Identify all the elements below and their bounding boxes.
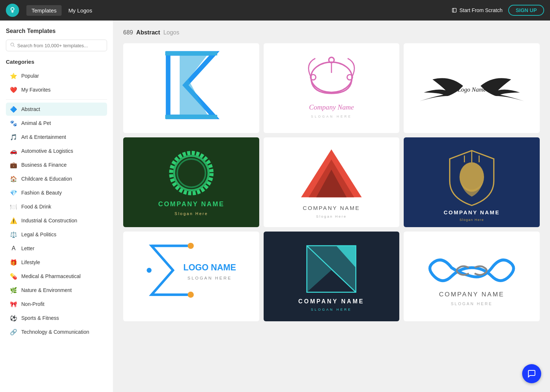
sidebar-item-lifestyle[interactable]: 🎁Lifestyle [6, 256, 107, 269]
nav-templates[interactable]: Templates [26, 5, 62, 16]
cat-icon-11: 🎁 [10, 258, 18, 266]
categories-title: Categories [6, 59, 107, 65]
results-keyword: Abstract [136, 29, 160, 36]
sidebar-item-art---entertainment[interactable]: 🎵Art & Entertainment [6, 130, 107, 144]
cat-label-5: Childcare & Education [21, 176, 72, 182]
svg-text:Slogan Here: Slogan Here [459, 218, 484, 222]
cat-label-1: Animal & Pet [21, 120, 51, 126]
svg-point-22 [174, 156, 208, 191]
layout: Search Templates Categories ⭐ Popular ❤️… [0, 21, 550, 392]
svg-point-39 [187, 243, 194, 249]
cat-label-16: Technology & Communication [21, 329, 89, 335]
svg-text:Slogan Here: Slogan Here [175, 211, 208, 216]
sign-up-button[interactable]: SIGN UP [508, 5, 544, 16]
sidebar-item-automotive---logistics[interactable]: 🚗Automotive & Logistics [6, 144, 107, 158]
nav-my-logos[interactable]: My Logos [63, 5, 97, 16]
svg-rect-3 [452, 8, 456, 12]
svg-text:COMPANY NAME: COMPANY NAME [439, 291, 505, 298]
categories-list: 🔷Abstract🐾Animal & Pet🎵Art & Entertainme… [6, 103, 107, 339]
template-card-9[interactable]: COMPANY NAME SLOGAN HERE [404, 232, 540, 321]
template-card-2[interactable]: Company Name SLOGAN HERE [264, 43, 400, 133]
template-card-1[interactable]: LOGO NAME SLOGAN HERE [123, 43, 259, 133]
chat-button[interactable] [522, 364, 541, 383]
svg-text:Company Name: Company Name [309, 103, 354, 111]
sidebar-item-favorites[interactable]: ❤️ My Favorites [6, 83, 107, 96]
svg-text:COMPANY NAME: COMPANY NAME [298, 298, 364, 305]
cat-label-10: Letter [21, 245, 34, 251]
cat-icon-15: ⚽ [10, 314, 18, 322]
start-from-scratch-button[interactable]: Start From Scratch [451, 7, 502, 13]
cat-icon-6: 💎 [10, 189, 18, 197]
cat-icon-3: 🚗 [10, 147, 18, 155]
sidebar-item-letter[interactable]: ALetter [6, 242, 107, 255]
popular-icon: ⭐ [10, 72, 18, 80]
svg-point-23 [177, 159, 205, 187]
sidebar-item-medical---pharmaceutical[interactable]: 💊Medical & Pharmaceutical [6, 270, 107, 283]
cat-icon-13: 🌿 [10, 286, 18, 294]
svg-text:COMPANY NAME: COMPANY NAME [444, 210, 500, 215]
sidebar-item-sports---fitness[interactable]: ⚽Sports & Fitness [6, 311, 107, 325]
header-right: Start From Scratch SIGN UP [451, 5, 544, 16]
cat-icon-14: 🎀 [10, 300, 18, 308]
svg-point-5 [11, 43, 14, 46]
cat-icon-2: 🎵 [10, 133, 18, 141]
divider [6, 99, 107, 100]
svg-point-0 [11, 8, 14, 11]
sidebar-item-legal---politics[interactable]: ⚖️Legal & Politics [6, 228, 107, 241]
popular-label: Popular [21, 73, 39, 79]
app-logo[interactable] [6, 4, 19, 17]
logo-grid: LOGO NAME SLOGAN HERE [123, 43, 540, 321]
main-content: 689 Abstract Logos LOGO NAME SLOGAN HERE [113, 21, 550, 392]
results-count: 689 [123, 29, 133, 36]
cat-icon-8: ⚠️ [10, 217, 18, 225]
cat-label-14: Non-Profit [21, 301, 44, 307]
template-card-7[interactable]: LOGO NAME SLOGAN HERE [123, 232, 259, 321]
cat-icon-10: A [10, 244, 18, 252]
sidebar-item-abstract[interactable]: 🔷Abstract [6, 103, 107, 116]
cat-label-4: Business & Finance [21, 162, 67, 168]
sidebar-item-non-profit[interactable]: 🎀Non-Profit [6, 297, 107, 311]
cat-label-6: Fashion & Beauty [21, 190, 62, 196]
svg-text:LOGO NAME: LOGO NAME [183, 263, 236, 272]
results-suffix: Logos [163, 29, 179, 36]
sidebar-item-business---finance[interactable]: 💼Business & Finance [6, 158, 107, 171]
sidebar-title: Search Templates [6, 28, 107, 34]
svg-text:Slogan Here: Slogan Here [316, 214, 347, 218]
sidebar-item-childcare---education[interactable]: 🏠Childcare & Education [6, 172, 107, 185]
cat-label-7: Food & Drink [21, 204, 51, 210]
results-header: 689 Abstract Logos [123, 29, 540, 36]
sidebar-item-technology---communication[interactable]: 🔗Technology & Communication [6, 325, 107, 339]
svg-line-6 [14, 46, 15, 47]
sidebar-item-fashion---beauty[interactable]: 💎Fashion & Beauty [6, 186, 107, 199]
header: Templates My Logos Start From Scratch SI… [0, 0, 550, 21]
sidebar: Search Templates Categories ⭐ Popular ❤️… [0, 21, 113, 392]
search-icon [10, 42, 15, 49]
cat-label-3: Automotive & Logistics [21, 148, 73, 154]
template-card-4[interactable]: COMPANY NAME Slogan Here [123, 137, 259, 227]
sidebar-item-nature---environment[interactable]: 🌿Nature & Environment [6, 284, 107, 297]
template-card-5[interactable]: COMPANY NAME Slogan Here [264, 137, 400, 227]
cat-label-8: Industrial & Construction [21, 218, 77, 223]
template-card-6[interactable]: COMPANY NAME Slogan Here [404, 137, 540, 227]
favorites-label: My Favorites [21, 87, 51, 93]
search-input[interactable] [17, 43, 103, 48]
template-card-3[interactable]: Logo Name [404, 43, 540, 133]
cat-icon-4: 💼 [10, 161, 18, 169]
search-box[interactable] [6, 40, 107, 51]
cat-label-0: Abstract [21, 106, 40, 112]
sidebar-item-industrial---construction[interactable]: ⚠️Industrial & Construction [6, 214, 107, 227]
svg-text:SLOGAN HERE: SLOGAN HERE [311, 308, 352, 312]
header-nav: Templates My Logos [26, 5, 451, 16]
sidebar-item-popular[interactable]: ⭐ Popular [6, 69, 107, 82]
svg-text:COMPANY NAME: COMPANY NAME [303, 205, 360, 211]
svg-text:COMPANY NAME: COMPANY NAME [158, 201, 224, 208]
svg-point-41 [147, 268, 151, 273]
cat-label-11: Lifestyle [21, 259, 40, 265]
sidebar-item-food---drink[interactable]: 🍽️Food & Drink [6, 200, 107, 213]
svg-point-40 [187, 292, 194, 298]
cat-icon-9: ⚖️ [10, 230, 18, 238]
template-card-8[interactable]: COMPANY NAME SLOGAN HERE [264, 232, 400, 321]
cat-label-9: Legal & Politics [21, 232, 56, 237]
sidebar-item-animal---pet[interactable]: 🐾Animal & Pet [6, 117, 107, 130]
cat-label-13: Nature & Environment [21, 287, 72, 293]
